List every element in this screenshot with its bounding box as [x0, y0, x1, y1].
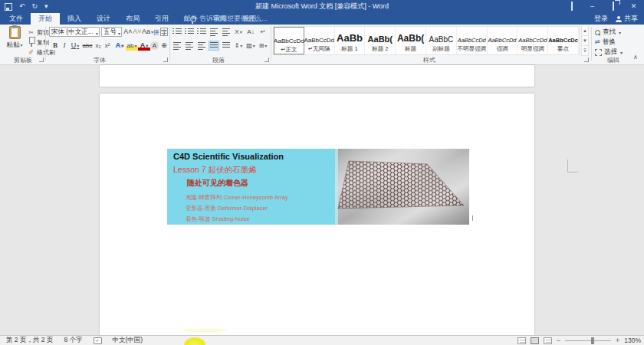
paragraph-dialog-launcher[interactable] — [264, 58, 269, 62]
text-effects-button[interactable]: A▾ — [113, 41, 126, 51]
sort-button[interactable]: A↓ — [245, 27, 256, 37]
paste-button[interactable]: 粘贴▾ — [3, 26, 26, 56]
grow-font-button[interactable]: A˄ — [123, 27, 133, 37]
tab-design[interactable]: 设计 — [89, 13, 118, 25]
zoom-level[interactable]: 130% — [624, 337, 641, 344]
underline-button[interactable]: U▾ — [69, 41, 81, 51]
slide-text-block[interactable]: C4D Scientific Visualization Lesson 7 起伏… — [167, 149, 335, 225]
style-heading-2[interactable]: AaBb(标题 2 — [365, 27, 396, 54]
style-title[interactable]: AaBb(标题 — [396, 27, 426, 54]
character-shading-button[interactable]: A — [150, 41, 159, 50]
font-name-combo[interactable]: 宋体 (中文正...▾ — [49, 27, 100, 37]
tab-insert[interactable]: 插入 — [60, 13, 89, 25]
style-preview: AaBbC — [426, 27, 456, 44]
style-label: 标题 1 — [335, 45, 365, 53]
tell-me-box[interactable]: 告诉我你想要做什么... — [190, 13, 268, 25]
style-heading-1[interactable]: AaBb标题 1 — [335, 27, 366, 54]
numbered-list-icon — [185, 28, 194, 35]
decrease-indent-button[interactable] — [209, 27, 219, 37]
replace-button[interactable]: ⇄ 替换 — [595, 38, 616, 47]
pinyin-guide-button[interactable]: 拼 — [153, 28, 160, 38]
document-canvas[interactable]: C4D Scientific Visualization Lesson 7 起伏… — [0, 65, 644, 335]
graphene-image[interactable] — [335, 149, 469, 225]
style-strong[interactable]: AaBbCcDc要点 — [548, 27, 579, 54]
shading-button[interactable]: ▨▾ — [245, 41, 256, 51]
strikethrough-button[interactable]: abc — [81, 41, 94, 51]
multilevel-list-button[interactable] — [196, 27, 207, 37]
bullets-button[interactable] — [172, 27, 182, 37]
read-mode-button[interactable] — [518, 337, 526, 344]
zoom-slider-thumb[interactable] — [591, 337, 594, 344]
language-indicator[interactable]: 中文(中国) — [113, 336, 143, 345]
change-case-button[interactable]: Aa▾ — [142, 27, 153, 37]
print-layout-button[interactable] — [531, 337, 539, 344]
zoom-in-button[interactable]: + — [616, 337, 619, 344]
highlight-icon: ab — [127, 42, 134, 49]
save-icon[interactable] — [5, 3, 12, 11]
page-1-bottom[interactable] — [100, 65, 534, 87]
borders-button[interactable]: ⊞▾ — [258, 41, 268, 51]
numbering-button[interactable] — [184, 27, 195, 37]
shrink-font-button[interactable]: A˅ — [133, 27, 142, 37]
restore-button[interactable] — [603, 0, 623, 13]
zoom-slider[interactable] — [565, 340, 611, 341]
style-subtle-emphasis[interactable]: AaBbCcDd不明显强调 — [457, 27, 488, 54]
font-dialog-launcher[interactable] — [163, 58, 168, 62]
ribbon-display-options-button[interactable] — [561, 0, 582, 13]
format-painter-icon: ✐ — [28, 49, 34, 56]
italic-button[interactable]: I — [60, 41, 69, 51]
character-border-button[interactable]: 字 — [160, 28, 168, 36]
bold-button[interactable]: B — [51, 41, 60, 51]
subscript-button[interactable]: x₂ — [94, 41, 103, 51]
find-label: 查找 — [603, 28, 616, 37]
gallery-more-icon[interactable]: ⊽ — [581, 46, 589, 56]
share-button[interactable]: 共享 — [616, 14, 638, 24]
minimize-button[interactable]: – — [582, 0, 603, 13]
group-separator — [271, 27, 271, 61]
share-label: 共享 — [624, 14, 638, 24]
tab-references[interactable]: 引用 — [147, 13, 176, 25]
gallery-down-icon[interactable]: ▼ — [581, 36, 589, 46]
close-button[interactable]: ✕ — [623, 0, 644, 13]
line-spacing-button[interactable]: ⇕▾ — [233, 41, 244, 51]
enclose-characters-button[interactable]: ⊕ — [159, 41, 169, 51]
align-center-button[interactable] — [184, 41, 195, 51]
find-button[interactable]: 查找▾ — [595, 28, 621, 37]
font-color-button[interactable]: A▾ — [138, 41, 150, 51]
word-count[interactable]: 8 个字 — [64, 336, 82, 345]
copy-icon — [31, 38, 32, 47]
clipboard-dialog-launcher[interactable] — [39, 58, 44, 62]
style-subtitle[interactable]: AaBbC副标题 — [426, 27, 457, 54]
align-left-button[interactable] — [172, 41, 182, 51]
justify-button[interactable] — [209, 41, 219, 51]
style-no-spacing[interactable]: AaBbCcDd↵无间隔 — [304, 27, 335, 54]
page-indicator[interactable]: 第 2 页，共 2 页 — [6, 336, 53, 345]
style-normal[interactable]: AaBbCcDd↵正文 — [274, 27, 304, 54]
tab-file[interactable]: 文件 — [2, 13, 31, 25]
sign-in-button[interactable]: 登录 — [594, 14, 608, 24]
style-emphasis[interactable]: AaBbCcDd强调 — [488, 27, 518, 54]
tab-layout[interactable]: 布局 — [118, 13, 147, 25]
qat-customize-icon[interactable]: ▾ — [44, 0, 48, 13]
asian-layout-button[interactable]: X▾ — [233, 27, 244, 37]
font-size-combo[interactable]: 五号▾ — [101, 27, 122, 37]
zoom-out-button[interactable]: − — [557, 337, 560, 344]
show-marks-button[interactable]: ↵ — [258, 27, 268, 37]
redo-icon[interactable]: ↻ — [32, 0, 38, 13]
distribute-icon — [222, 42, 230, 49]
clipboard-icon — [9, 26, 21, 39]
web-layout-button[interactable] — [544, 337, 552, 344]
gallery-up-icon[interactable]: ▲ — [581, 26, 589, 36]
superscript-button[interactable]: x² — [103, 41, 112, 51]
distribute-button[interactable] — [221, 41, 232, 51]
style-intense-emphasis[interactable]: AaBbCcDd明显强调 — [518, 27, 548, 54]
increase-indent-button[interactable] — [221, 27, 232, 37]
collapse-ribbon-icon[interactable]: ∧ — [633, 54, 638, 61]
tab-home[interactable]: 开始 — [31, 13, 60, 25]
spell-check-icon[interactable]: ✓ — [94, 337, 102, 344]
styles-dialog-launcher[interactable] — [584, 58, 589, 62]
search-icon — [595, 30, 600, 35]
align-right-button[interactable] — [196, 41, 207, 51]
highlight-button[interactable]: ab▾ — [126, 41, 138, 51]
undo-icon[interactable]: ↶ — [19, 0, 25, 13]
